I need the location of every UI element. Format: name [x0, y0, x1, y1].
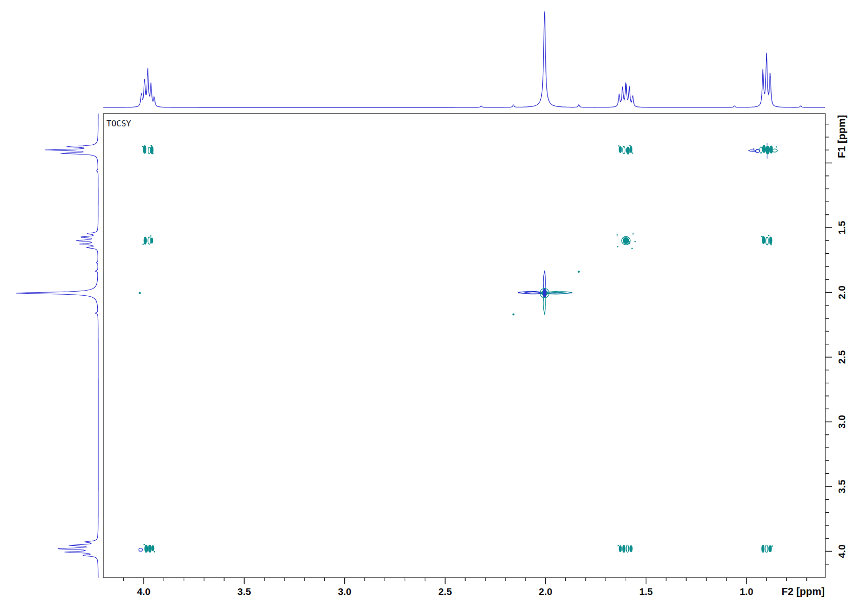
f1-tick-label: 2.0	[837, 285, 847, 299]
f2-tick-label: 2.5	[438, 586, 452, 597]
contour-blob	[766, 146, 769, 154]
contour-blob	[152, 545, 154, 551]
contour-dot	[142, 146, 144, 147]
f1-axis: 1.52.02.53.03.54.0	[825, 124, 847, 564]
contour-dot	[768, 235, 769, 236]
cross-peak	[618, 545, 632, 552]
contour-blob	[139, 292, 141, 294]
contour-blob	[619, 146, 621, 152]
contour-dot	[617, 246, 619, 248]
contour-dot	[618, 145, 620, 147]
contour-dot	[144, 544, 145, 545]
f2-tick-label: 2.0	[539, 586, 552, 597]
contour-dot	[631, 248, 633, 249]
plot-area[interactable]	[103, 114, 825, 578]
contour-blob	[578, 271, 580, 273]
experiment-label: TOCSY	[106, 119, 131, 128]
contour-blob	[630, 545, 632, 552]
top-1d-spectrum-line	[103, 11, 825, 107]
contour-blob	[623, 545, 625, 552]
contour-dot	[771, 244, 772, 246]
contour-dot	[618, 545, 619, 546]
left-1d-spectrum-line	[16, 114, 99, 578]
contour-dot	[152, 153, 154, 155]
contour-blob	[150, 146, 153, 153]
contour-dot	[634, 241, 636, 243]
contour-dot	[753, 148, 755, 150]
contour-blob	[769, 545, 772, 552]
f2-axis: 4.03.53.02.52.01.51.0	[124, 578, 807, 597]
contour-blob	[513, 314, 514, 315]
contour-blob	[630, 146, 632, 152]
contour-dot	[632, 152, 633, 154]
contour-dot	[761, 236, 763, 237]
f1-tick-label: 1.5	[837, 221, 847, 234]
tocsy-spectrum-figure: 4.03.53.02.52.01.51.0 1.52.02.53.03.54.0…	[0, 0, 858, 616]
contour-blob	[770, 146, 773, 153]
contour-dot	[151, 145, 152, 146]
contour-dot	[776, 146, 777, 148]
contour-dot	[150, 235, 152, 237]
artifact-speck	[578, 271, 580, 273]
contour-dot	[632, 233, 634, 235]
contour-dot	[555, 292, 557, 293]
f2-tick-label: 3.0	[338, 586, 351, 597]
artifact-speck	[139, 292, 141, 294]
contour-blob	[143, 146, 146, 153]
contour-blob	[627, 147, 630, 154]
contour-dot	[629, 145, 631, 146]
contour-blob	[543, 289, 546, 297]
f2-tick-label: 1.0	[740, 586, 753, 597]
f2-axis-title: F2 [ppm]	[782, 586, 825, 597]
f2-tick-label: 4.0	[137, 586, 150, 597]
contour-blob	[769, 237, 772, 244]
contour-blob	[144, 237, 146, 244]
artifact-speck	[513, 314, 514, 315]
contour-blob	[762, 145, 765, 152]
contour-blob	[762, 236, 765, 244]
contour-dot	[617, 234, 618, 236]
contour-dot	[529, 293, 530, 295]
contour-blob	[151, 238, 153, 243]
tocsy-spectrum-window: 4.03.53.02.52.01.51.0 1.52.02.53.03.54.0…	[0, 0, 858, 616]
contour-blob	[148, 545, 151, 552]
f2-tick-label: 1.5	[639, 586, 653, 597]
top-projection-trace	[103, 11, 825, 107]
f1-axis-title: F1 [ppm]	[836, 115, 847, 158]
f1-tick-label: 3.5	[837, 479, 847, 493]
contour-dot	[143, 244, 144, 245]
contour-blob	[145, 545, 148, 552]
contour-dot	[564, 293, 566, 295]
left-projection-trace	[16, 114, 99, 578]
contour-dot	[772, 545, 773, 547]
f2-tick-label: 3.5	[237, 586, 251, 597]
contour-blob	[762, 545, 764, 552]
f1-tick-label: 3.0	[837, 415, 847, 428]
contour-blob	[619, 545, 621, 552]
f1-tick-label: 4.0	[837, 544, 847, 558]
f1-tick-label: 2.5	[837, 350, 847, 364]
contour-dot	[154, 551, 156, 553]
